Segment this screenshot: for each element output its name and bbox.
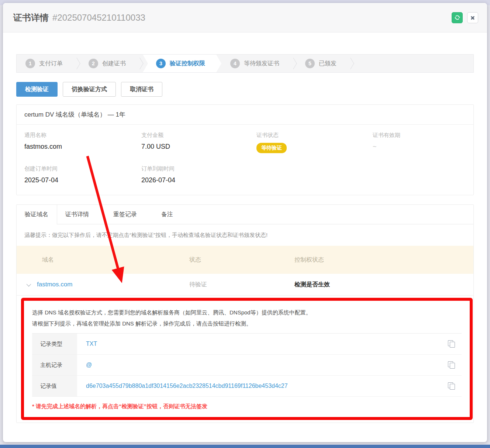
step-label: 等待颁发证书 xyxy=(244,60,279,68)
dns-annotation-box: 选择 DNS 域名授权验证方式，您需要到您的域名解析服务商（如阿里云、腾讯、DN… xyxy=(21,298,473,420)
step-verify-control: 3 验证控制权限 xyxy=(143,55,221,72)
step-create-cert: 2 创建证书 xyxy=(80,55,137,72)
field-cert-status: 证书状态 等待验证 xyxy=(256,132,373,153)
tab-remarks[interactable]: 备注 xyxy=(153,205,189,224)
step-separator-icon xyxy=(290,55,296,72)
record-row-value: 记录值 d6e703a455d79b880a1df3014156e2acb232… xyxy=(32,376,462,397)
copy-icon xyxy=(448,340,455,348)
step-label: 支付订单 xyxy=(39,60,63,68)
header-control-status: 控制权状态 xyxy=(294,256,473,264)
step-label: 创建证书 xyxy=(102,60,126,68)
field-value: 2025-07-04 xyxy=(24,176,141,184)
tab-cert-detail[interactable]: 证书详情 xyxy=(57,205,105,224)
field-order-created: 创建订单时间 2025-07-04 xyxy=(24,165,141,184)
step-separator-icon xyxy=(74,55,80,72)
copy-icon xyxy=(448,361,455,369)
step-number: 4 xyxy=(230,59,240,68)
tip-text: 温馨提示：做完以下操作后，请不定期点击“检测验证”按钮，手动检查域名验证状态和证… xyxy=(17,224,473,246)
field-cert-validity: 证书有效期 ~ xyxy=(373,132,466,153)
copy-icon xyxy=(448,382,455,390)
field-label: 证书有效期 xyxy=(373,132,466,139)
step-separator-icon xyxy=(137,55,143,72)
step-number: 1 xyxy=(25,59,35,68)
field-label: 证书状态 xyxy=(256,132,373,139)
product-name: certum DV 域名级（单域名） — 1年 xyxy=(17,105,473,125)
certificate-card: certum DV 域名级（单域名） — 1年 通用名称 fastmos.com… xyxy=(16,104,474,195)
record-value: @ xyxy=(77,355,441,375)
step-number: 5 xyxy=(305,59,315,68)
domain-table-row: fastmos.com 待验证 检测是否生效 xyxy=(17,274,473,296)
dns-warning-text: * 请先完成上述域名的解析，再点击“检测验证”按钮，否则证书无法签发 xyxy=(32,403,462,410)
step-separator-icon xyxy=(348,55,353,72)
tab-bar: 验证域名 证书详情 重签记录 备注 xyxy=(17,205,473,224)
field-label: 支付金额 xyxy=(141,132,256,139)
step-number: 2 xyxy=(89,59,98,68)
field-label: 订单到期时间 xyxy=(141,165,256,172)
modal-title: 证书详情 xyxy=(13,12,49,24)
dns-panel: 选择 DNS 域名授权验证方式，您需要到您的域名解析服务商（如阿里云、腾讯、DN… xyxy=(24,301,470,417)
record-value: TXT xyxy=(77,334,441,354)
step-number: 3 xyxy=(156,59,166,68)
refresh-icon xyxy=(454,14,460,21)
step-wait-issue: 4 等待颁发证书 xyxy=(221,55,290,72)
copy-record-type-button[interactable] xyxy=(441,334,462,354)
certificate-fields: 通用名称 fastmos.com 支付金额 7.00 USD 证书状态 等待验证… xyxy=(17,125,473,195)
record-value: d6e703a455d79b880a1df3014156e2acb2328514… xyxy=(77,376,441,396)
step-label: 已颁发 xyxy=(319,60,337,68)
tab-reissue-records[interactable]: 重签记录 xyxy=(105,205,153,224)
record-label: 主机记录 xyxy=(32,355,77,375)
status-badge: 等待验证 xyxy=(256,143,287,153)
modal-header: 证书详情 #202507045210110033 xyxy=(3,3,487,32)
dns-instruction-line-1: 选择 DNS 域名授权验证方式，您需要到您的域名解析服务商（如阿里云、腾讯、DN… xyxy=(32,307,462,318)
field-label: 通用名称 xyxy=(24,132,141,139)
domain-status: 待验证 xyxy=(189,281,294,289)
field-label: 创建订单时间 xyxy=(24,165,141,172)
step-pay-order: 1 支付订单 xyxy=(17,55,74,72)
step-issued: 5 已颁发 xyxy=(296,55,348,72)
copy-record-value-button[interactable] xyxy=(441,376,462,396)
step-label: 验证控制权限 xyxy=(170,60,205,68)
field-value: ~ xyxy=(373,143,466,151)
record-row-host: 主机记录 @ xyxy=(32,355,462,376)
domain-table-header: 域名 状态 控制权状态 xyxy=(17,246,473,274)
field-common-name: 通用名称 fastmos.com xyxy=(24,132,141,153)
copy-record-host-button[interactable] xyxy=(441,355,462,375)
dns-instruction-line-2: 请根据下列提示，再域名管理处添加 DNS 解析记录，操作完成后，请点击按钮进行检… xyxy=(32,318,462,329)
domain-link[interactable]: fastmos.com xyxy=(37,281,72,288)
modal-body: 1 支付订单 2 创建证书 3 验证控制权限 4 等待颁发证书 5 已颁发 xyxy=(3,54,487,423)
field-payment-amount: 支付金额 7.00 USD xyxy=(141,132,256,153)
field-value: fastmos.com xyxy=(24,143,141,151)
field-order-expiry: 订单到期时间 2026-07-04 xyxy=(141,165,256,184)
order-id: #202507045210110033 xyxy=(52,13,145,23)
field-value: 7.00 USD xyxy=(141,143,256,151)
control-status: 检测是否生效 xyxy=(294,281,473,289)
toolbar: 检测验证 切换验证方式 取消证书 xyxy=(16,82,474,97)
certificate-detail-modal: 证书详情 #202507045210110033 1 支付订单 xyxy=(3,3,487,442)
record-label: 记录类型 xyxy=(32,334,77,354)
tab-card: 验证域名 证书详情 重签记录 备注 温馨提示：做完以下操作后，请不定期点击“检测… xyxy=(16,204,474,423)
cancel-certificate-button[interactable]: 取消证书 xyxy=(121,82,162,97)
tab-verify-domain[interactable]: 验证域名 xyxy=(17,205,57,224)
close-button[interactable] xyxy=(467,12,478,23)
step-wizard: 1 支付订单 2 创建证书 3 验证控制权限 4 等待颁发证书 5 已颁发 xyxy=(16,54,474,73)
header-status: 状态 xyxy=(189,256,294,264)
chevron-down-icon[interactable] xyxy=(27,282,31,286)
header-domain: 域名 xyxy=(17,256,189,264)
check-verification-button[interactable]: 检测验证 xyxy=(16,82,58,97)
record-row-type: 记录类型 TXT xyxy=(32,334,462,355)
record-label: 记录值 xyxy=(32,376,77,396)
switch-verification-button[interactable]: 切换验证方式 xyxy=(63,82,116,97)
field-value: 2026-07-04 xyxy=(141,176,256,184)
refresh-button[interactable] xyxy=(452,12,463,23)
bottom-taskbar-strip xyxy=(0,445,490,448)
